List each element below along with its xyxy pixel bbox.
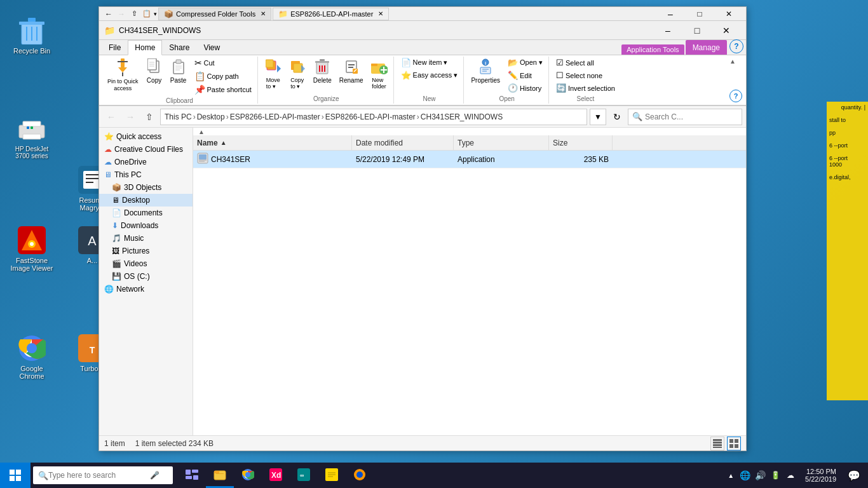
back-btn[interactable]: ←: [103, 109, 119, 125]
sidebar-item-documents[interactable]: 📄 Documents: [99, 207, 193, 219]
move-to-btn[interactable]: Moveto ▾: [262, 57, 285, 92]
taskbar-arduino[interactable]: ∞: [290, 463, 318, 488]
task-view-btn[interactable]: [178, 463, 206, 488]
paste-btn[interactable]: Paste: [167, 57, 190, 86]
qa-back-icon[interactable]: ←: [103, 8, 114, 20]
history-btn[interactable]: 🕐 History: [505, 82, 546, 94]
rename-btn[interactable]: Rename: [336, 57, 367, 86]
col-type[interactable]: Type: [454, 135, 549, 150]
desktop-icon-chrome[interactable]: Google Chrome: [6, 330, 57, 383]
scissors-icon: ✂: [194, 58, 202, 68]
downloads-label: Downloads: [121, 221, 158, 230]
close-btn[interactable]: ✕: [714, 7, 743, 21]
close-btn2[interactable]: ✕: [712, 21, 741, 40]
sidebar-item-downloads[interactable]: ⬇ Downloads: [99, 219, 193, 232]
details-view-btn[interactable]: [710, 437, 724, 451]
svg-rect-75: [713, 447, 722, 448]
copy-path-btn[interactable]: 📋 Copy path: [191, 70, 255, 83]
col-date[interactable]: Date modified: [352, 135, 454, 150]
select-none-btn[interactable]: ☐ Select none: [553, 69, 618, 81]
taskbar-sticky[interactable]: [318, 463, 346, 488]
tiles-view-btn[interactable]: [727, 437, 741, 451]
tray-cloud-icon[interactable]: ☁: [785, 470, 796, 481]
open-btn[interactable]: 📂 Open ▾: [505, 57, 546, 69]
taskbar-chrome[interactable]: [234, 463, 262, 488]
copy-btn[interactable]: Copy: [143, 57, 166, 86]
address-path[interactable]: This PC › Desktop › ESP8266-LED-API-mast…: [160, 109, 587, 125]
taskbar-file-explorer[interactable]: [206, 463, 234, 488]
properties-btn[interactable]: i Properties: [468, 57, 503, 86]
desktop-icon-recycle-bin[interactable]: Recycle Bin: [6, 13, 57, 57]
recycle-bin-icon: [17, 15, 47, 46]
col-size[interactable]: Size: [549, 135, 613, 150]
taskbar-firefox[interactable]: [346, 463, 374, 488]
sidebar-item-quick-access[interactable]: ⭐ Quick access: [99, 130, 193, 143]
minimize-btn[interactable]: –: [656, 7, 685, 21]
search-input[interactable]: [645, 112, 721, 121]
forward-btn[interactable]: →: [122, 109, 139, 125]
tray-volume-icon[interactable]: 🔊: [754, 470, 766, 481]
new-item-btn[interactable]: 📄 New item ▾: [398, 57, 461, 69]
qa-clipboard-icon[interactable]: 📋: [141, 8, 153, 20]
tab-view[interactable]: View: [196, 40, 227, 55]
taskbar-search-input[interactable]: [48, 471, 150, 480]
edit-btn[interactable]: ✏️ Edit: [505, 69, 546, 81]
pin-to-quick-access-btn[interactable]: Pin to Quickaccess: [104, 57, 142, 94]
sidebar-item-onedrive[interactable]: ☁ OneDrive: [99, 156, 193, 168]
table-row[interactable]: CH341SER 5/22/2019 12:49 PM Application …: [193, 151, 746, 168]
sidebar-item-videos[interactable]: 🎬 Videos: [99, 257, 193, 270]
tray-time[interactable]: 12:50 PM 5/22/2019: [800, 468, 841, 483]
sidebar-item-os-c[interactable]: 💾 OS (C:): [99, 270, 193, 283]
invert-selection-btn[interactable]: 🔄 Invert selection: [553, 82, 618, 94]
help-button[interactable]: ?: [729, 39, 743, 53]
easy-access-btn[interactable]: ⭐ Easy access ▾: [398, 69, 461, 81]
tab-file[interactable]: File: [102, 40, 128, 55]
sidebar-item-3d-objects[interactable]: 📦 3D Objects: [99, 181, 193, 194]
qa-up-icon[interactable]: ⇧: [128, 8, 140, 20]
taskbar-xd[interactable]: Xd: [262, 463, 290, 488]
tab-home[interactable]: Home: [128, 40, 162, 55]
window-tab-compressed-close[interactable]: ✕: [261, 10, 266, 17]
delete-btn[interactable]: Delete: [310, 57, 335, 86]
sidebar-item-this-pc[interactable]: 🖥 This PC: [99, 168, 193, 181]
tray-battery-icon[interactable]: 🔋: [770, 470, 781, 481]
window-tab-compressed[interactable]: 📦 Compressed Folder Tools ✕: [158, 8, 271, 20]
window-tab-esp-close[interactable]: ✕: [378, 10, 383, 17]
desktop-icon-hp-printer[interactable]: HP DeskJet 3700 series: [6, 111, 57, 162]
window-tab-esp[interactable]: 📁 ESP8266-LED-API-master ✕: [273, 8, 389, 20]
svg-rect-87: [193, 475, 198, 480]
new-folder-btn[interactable]: Newfolder: [368, 57, 391, 92]
tray-network-icon[interactable]: 🌐: [739, 470, 750, 481]
select-none-label: Select none: [566, 72, 602, 79]
help-ribbon-btn[interactable]: ?: [729, 90, 742, 102]
select-all-btn[interactable]: ☑ Select all: [553, 57, 618, 69]
refresh-btn[interactable]: ↻: [609, 109, 625, 125]
tab-manage[interactable]: Manage: [686, 40, 727, 55]
sidebar-item-network[interactable]: 🌐 Network: [99, 283, 193, 295]
taskbar-search-box[interactable]: 🔍 🎤: [33, 466, 173, 484]
svg-rect-1: [19, 22, 44, 25]
address-expand-btn[interactable]: ▼: [590, 109, 606, 125]
qa-forward-icon[interactable]: →: [116, 8, 127, 20]
notification-btn[interactable]: 💬: [845, 470, 863, 482]
maximize-btn[interactable]: □: [685, 7, 714, 21]
sidebar-item-pictures[interactable]: 🖼 Pictures: [99, 245, 193, 257]
tab-application-tools[interactable]: Application Tools: [621, 44, 684, 55]
copy-to-btn[interactable]: Copyto ▾: [286, 57, 309, 92]
sidebar-item-desktop[interactable]: 🖥 Desktop: [99, 194, 193, 207]
cut-btn[interactable]: ✂ Cut: [191, 57, 255, 69]
tray-expand-btn[interactable]: ▲: [726, 472, 735, 479]
desktop-icon-faststone[interactable]: FastStone Image Viewer: [6, 222, 57, 274]
col-name[interactable]: Name ▲: [193, 135, 352, 150]
sidebar-item-music[interactable]: 🎵 Music: [99, 232, 193, 245]
maximize-btn2[interactable]: □: [682, 21, 712, 40]
paste-shortcut-btn[interactable]: 📌 Paste shortcut: [191, 83, 255, 96]
up-btn[interactable]: ⇧: [141, 109, 158, 125]
ribbon-expand-btn[interactable]: ▲: [729, 58, 742, 65]
sidebar-item-creative-cloud[interactable]: ☁ Creative Cloud Files: [99, 143, 193, 156]
start-button[interactable]: [0, 463, 31, 488]
tab-share[interactable]: Share: [162, 40, 196, 55]
minimize-btn2[interactable]: –: [653, 21, 682, 40]
svg-point-93: [245, 472, 250, 477]
qa-dropdown-icon[interactable]: ▾: [154, 11, 157, 17]
